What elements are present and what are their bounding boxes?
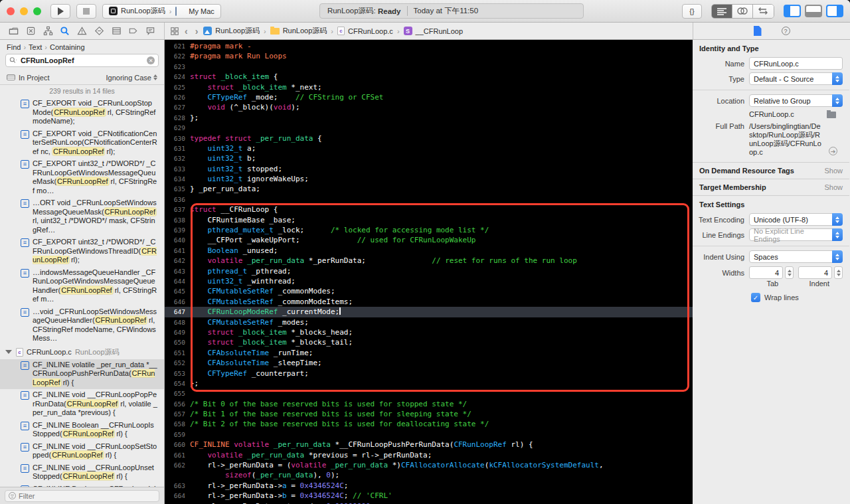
search-result[interactable]: ≡CF_EXPORT uint32_t /*DWORD*/ _CFRunLoop… xyxy=(0,236,164,267)
toggle-debug-area-button[interactable] xyxy=(805,5,822,17)
test-navigator-icon[interactable] xyxy=(94,26,104,36)
code-line[interactable]: 649 struct _block_item *_blocks_head; xyxy=(165,327,693,337)
clear-search-icon[interactable]: ✕ xyxy=(147,56,155,64)
search-result[interactable]: ≡CF_INLINE volatile _per_run_data *__CFR… xyxy=(0,359,164,390)
toggle-navigator-button[interactable] xyxy=(784,5,801,17)
code-line[interactable]: 648 CFMutableSetRef _modes; xyxy=(165,317,693,327)
code-line[interactable]: 627 void (^_block)(void); xyxy=(165,102,693,112)
odr-show-button[interactable]: Show xyxy=(824,167,843,175)
project-navigator-icon[interactable] xyxy=(9,26,19,36)
issue-navigator-icon[interactable] xyxy=(77,26,87,36)
find-type[interactable]: Text xyxy=(29,43,42,51)
encoding-select[interactable]: Unicode (UTF-8) xyxy=(749,213,843,226)
name-field[interactable]: CFRunLoop.c xyxy=(749,57,843,70)
minimize-window-button[interactable] xyxy=(20,7,28,15)
search-result[interactable]: ≡CF_INLINE Boolean __CFRunLoopIsStopped(… xyxy=(0,420,164,441)
code-line[interactable]: 651 CFAbsoluteTime _runTime; xyxy=(165,348,693,358)
code-line[interactable]: 640 __CFPort _wakeUpPort; // used for CF… xyxy=(165,235,693,245)
code-line[interactable]: 650 struct _block_item *_blocks_tail; xyxy=(165,337,693,347)
back-button[interactable]: ‹ xyxy=(183,26,190,37)
related-items-icon[interactable] xyxy=(170,27,179,36)
code-line[interactable]: 658/* Bit 2 of the base reserved bits is… xyxy=(165,419,693,429)
code-line[interactable]: 660CF_INLINE volatile _per_run_data *__C… xyxy=(165,440,693,450)
search-result[interactable]: ≡CF_EXPORT void _CFNotificationCenterSet… xyxy=(0,128,164,159)
code-line[interactable]: 639 pthread_mutex_t _lock; /* locked for… xyxy=(165,225,693,235)
code-line[interactable]: 654}; xyxy=(165,378,693,388)
source-editor[interactable]: 621#pragma mark -622#pragma mark Run Loo… xyxy=(165,40,693,504)
stop-button[interactable] xyxy=(76,4,96,19)
jumpbar-group[interactable]: RunLoop源码 xyxy=(283,26,327,36)
code-line[interactable]: 633 uint32_t stopped; xyxy=(165,164,693,174)
case-sensitivity-selector[interactable]: Ignoring Case xyxy=(106,74,158,82)
code-line[interactable]: 657/* Bit 1 of the base reserved bits is… xyxy=(165,409,693,419)
zoom-window-button[interactable] xyxy=(33,7,41,15)
code-line[interactable]: 647 CFRunLoopModeRef _currentMode; xyxy=(165,307,693,317)
assistant-editor-button[interactable] xyxy=(732,5,753,18)
find-match-style[interactable]: Containing xyxy=(50,43,85,51)
scheme-selector[interactable]: RunLoop源码 › My Mac xyxy=(102,4,221,19)
code-line[interactable]: 664 rl->_perRunData->b = 0x4346524C; // … xyxy=(165,491,693,501)
type-select[interactable]: Default - C Source xyxy=(749,72,843,85)
indent-width-field[interactable]: 4 xyxy=(798,266,832,279)
code-line[interactable]: 634 uint32_t ignoreWakeUps; xyxy=(165,174,693,184)
search-icon[interactable] xyxy=(9,56,18,64)
search-result[interactable]: ≡CF_EXPORT void _CFRunLoopStopMode(CFRun… xyxy=(0,98,164,128)
code-line[interactable]: 642 volatile _per_run_data *_perRunData;… xyxy=(165,256,693,266)
code-line[interactable]: 665 rl->_perRunData->stopped = 0x0000000… xyxy=(165,501,693,504)
file-group-header[interactable]: cCFRunLoop.cRunLoop源码 xyxy=(0,345,164,359)
debug-navigator-icon[interactable] xyxy=(112,26,122,36)
code-line[interactable]: 626 CFTypeRef _mode; // CFString or CFSe… xyxy=(165,92,693,102)
indent-width-stepper[interactable] xyxy=(834,266,843,279)
code-line[interactable]: 645 CFMutableSetRef _commonModes; xyxy=(165,286,693,296)
folder-icon[interactable] xyxy=(827,112,836,118)
toggle-inspector-button[interactable] xyxy=(826,5,843,17)
search-field[interactable]: ✕ xyxy=(5,54,159,67)
wrap-lines-checkbox[interactable]: ✓ xyxy=(751,293,760,302)
location-select[interactable]: Relative to Group xyxy=(749,94,843,107)
code-line[interactable]: 629 xyxy=(165,123,693,133)
disclosure-triangle-icon[interactable] xyxy=(5,350,12,354)
code-line[interactable]: 653 CFTypeRef _counterpart; xyxy=(165,369,693,378)
forward-button[interactable]: › xyxy=(193,26,201,37)
open-path-arrow-icon[interactable]: ➔ xyxy=(829,147,837,155)
quick-help-icon[interactable]: ? xyxy=(782,27,790,35)
search-result[interactable]: ≡CF_INLINE void __CFRunLoopSetStopped(CF… xyxy=(0,441,164,462)
code-line[interactable]: 663 rl->_perRunData->a = 0x4346524C; xyxy=(165,481,693,491)
code-line[interactable]: 635} _per_run_data; xyxy=(165,184,693,194)
close-window-button[interactable] xyxy=(7,7,15,15)
search-result[interactable]: ≡CF_INLINE void __CFRunLoopPopPerRunData… xyxy=(0,389,164,420)
code-line[interactable]: 652 CFAbsoluteTime _sleepTime; xyxy=(165,358,693,368)
code-line[interactable]: 624struct _block_item { xyxy=(165,72,693,82)
target-show-button[interactable]: Show xyxy=(824,183,843,191)
tab-width-field[interactable]: 4 xyxy=(749,266,783,279)
report-navigator-icon[interactable] xyxy=(145,26,155,36)
line-endings-select[interactable]: No Explicit Line Endings xyxy=(749,228,843,241)
search-result[interactable]: ≡…indowsMessageQueueHandler _CFRunLoopGe… xyxy=(0,267,164,306)
code-line[interactable]: 632 uint32_t b; xyxy=(165,153,693,163)
source-control-navigator-icon[interactable] xyxy=(26,26,36,36)
tab-width-stepper[interactable] xyxy=(785,266,794,279)
code-line[interactable]: 661 volatile _per_run_data *previous = r… xyxy=(165,450,693,460)
find-navigator-icon[interactable] xyxy=(60,26,70,36)
code-line[interactable]: 659 xyxy=(165,430,693,440)
search-input[interactable] xyxy=(21,56,144,64)
code-line[interactable]: 625 struct _block_item *_next; xyxy=(165,82,693,92)
jumpbar-project[interactable]: RunLoop源码 xyxy=(215,26,260,36)
code-line[interactable]: 637struct __CFRunLoop { xyxy=(165,205,693,214)
jumpbar-file[interactable]: CFRunLoop.c xyxy=(348,27,393,35)
indent-using-select[interactable]: Spaces xyxy=(749,250,843,263)
code-line[interactable]: 636 xyxy=(165,195,693,205)
breakpoint-navigator-icon[interactable] xyxy=(128,26,138,36)
find-mode[interactable]: Find xyxy=(7,43,21,51)
run-button[interactable] xyxy=(50,4,70,19)
code-line[interactable]: 630typedef struct _per_run_data { xyxy=(165,133,693,143)
code-line[interactable]: 622#pragma mark Run Loops xyxy=(165,51,693,61)
code-line[interactable]: 641 Boolean _unused; xyxy=(165,246,693,256)
filter-input[interactable] xyxy=(19,492,155,500)
jumpbar-symbol[interactable]: __CFRunLoop xyxy=(416,27,464,35)
code-line[interactable]: 644 uint32_t _winthread; xyxy=(165,276,693,286)
code-line[interactable]: 646 CFMutableSetRef _commonModeItems; xyxy=(165,297,693,307)
code-line[interactable]: 623 xyxy=(165,62,693,72)
code-line[interactable]: 655 xyxy=(165,388,693,398)
code-line[interactable]: 628}; xyxy=(165,113,693,123)
